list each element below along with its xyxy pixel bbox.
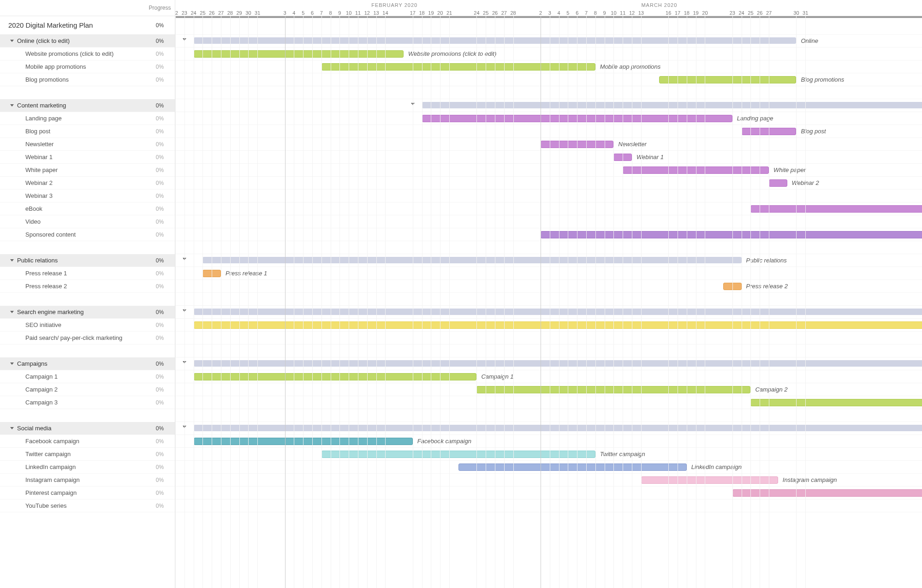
gantt-row[interactable]: Facebook campaign xyxy=(175,435,922,448)
gantt-row[interactable] xyxy=(175,499,922,512)
gantt-row[interactable]: Instagram campaign xyxy=(175,474,922,487)
gantt-row[interactable] xyxy=(175,215,922,228)
task-bar[interactable] xyxy=(641,476,778,484)
gantt-row[interactable]: Campaign 2 xyxy=(175,383,922,396)
task-row[interactable]: Blog promotions0% xyxy=(0,73,175,86)
task-row[interactable]: Landing page0% xyxy=(0,112,175,125)
chevron-down-icon[interactable] xyxy=(10,427,14,429)
task-bar[interactable] xyxy=(321,63,595,71)
task-row[interactable]: Paid search/ pay-per-click marketing0% xyxy=(0,332,175,344)
task-row[interactable]: Webinar 20% xyxy=(0,177,175,190)
task-row[interactable]: Mobile app promotions0% xyxy=(0,60,175,73)
task-bar[interactable] xyxy=(750,205,922,213)
chevron-down-icon[interactable] xyxy=(10,362,14,365)
gantt-row[interactable] xyxy=(175,190,922,202)
gantt-row[interactable] xyxy=(175,422,922,435)
gridline xyxy=(303,16,303,588)
gantt-row[interactable]: Newsletter xyxy=(175,138,922,151)
task-row[interactable]: Blog post0% xyxy=(0,125,175,138)
gantt-row[interactable] xyxy=(175,86,922,99)
gantt-row[interactable]: Website promotions (click to edit) xyxy=(175,48,922,60)
gantt-row[interactable]: Press release 1 xyxy=(175,267,922,280)
task-bar[interactable] xyxy=(750,399,922,406)
task-label: LinkedIn campaign xyxy=(10,463,145,470)
gantt-row[interactable] xyxy=(175,344,922,357)
task-row[interactable]: Webinar 30% xyxy=(0,190,175,202)
task-row[interactable]: eBook0% xyxy=(0,202,175,215)
gantt-row[interactable]: Webinar 2 xyxy=(175,177,922,190)
gantt-row[interactable]: Online xyxy=(175,35,922,48)
group-row[interactable]: Public relations0% xyxy=(0,254,175,267)
gantt-row[interactable]: Blog post xyxy=(175,125,922,138)
summary-bar[interactable] xyxy=(202,257,741,263)
task-row[interactable]: SEO initiative0% xyxy=(0,319,175,332)
gantt-row[interactable] xyxy=(175,293,922,306)
gantt-chart[interactable]: FEBRUARY 2020MARCH 202022232425262728293… xyxy=(175,0,922,588)
task-bar[interactable] xyxy=(769,179,787,187)
group-row[interactable]: Online (click to edit)0% xyxy=(0,35,175,48)
task-row[interactable]: YouTube series0% xyxy=(0,499,175,512)
gantt-row[interactable]: Campaign 1 xyxy=(175,370,922,383)
chevron-down-icon[interactable] xyxy=(10,259,14,261)
gantt-row[interactable] xyxy=(175,241,922,254)
gantt-row[interactable]: Blog promotions xyxy=(175,73,922,86)
task-row[interactable]: Press release 10% xyxy=(0,267,175,280)
gantt-row[interactable] xyxy=(175,487,922,499)
gantt-row[interactable]: Twitter campaign xyxy=(175,448,922,461)
task-label: Newsletter xyxy=(10,141,145,148)
group-row[interactable]: Search engine marketing0% xyxy=(0,306,175,319)
task-row[interactable]: Sponsored content0% xyxy=(0,228,175,241)
gantt-row[interactable] xyxy=(175,396,922,409)
plan-title-row[interactable]: 2020 Digital Marketing Plan0% xyxy=(0,16,175,35)
task-row[interactable]: Press release 20% xyxy=(0,280,175,293)
task-bar[interactable] xyxy=(541,231,922,238)
task-row[interactable]: Instagram campaign0% xyxy=(0,474,175,487)
task-bar[interactable] xyxy=(732,489,922,497)
group-row[interactable]: Content marketing0% xyxy=(0,99,175,112)
task-bar[interactable] xyxy=(194,373,477,380)
task-row[interactable]: Website promotions (click to edit)0% xyxy=(0,48,175,60)
task-row[interactable]: Webinar 10% xyxy=(0,151,175,164)
gantt-row[interactable] xyxy=(175,16,922,35)
task-bar[interactable] xyxy=(458,463,687,471)
task-row[interactable]: Pinterest campaign0% xyxy=(0,487,175,499)
task-row[interactable]: Campaign 20% xyxy=(0,383,175,396)
group-label: Content marketing xyxy=(17,102,145,109)
gantt-row[interactable]: Webinar 1 xyxy=(175,151,922,164)
gantt-row[interactable]: Mobile app promotions xyxy=(175,60,922,73)
chevron-down-icon[interactable] xyxy=(10,311,14,313)
task-bar[interactable] xyxy=(194,50,404,58)
task-row[interactable]: Facebook campaign0% xyxy=(0,435,175,448)
task-row[interactable]: Campaign 10% xyxy=(0,370,175,383)
task-row[interactable]: Campaign 30% xyxy=(0,396,175,409)
task-label: Campaign 3 xyxy=(10,399,145,406)
gantt-row[interactable] xyxy=(175,409,922,422)
summary-bar[interactable] xyxy=(422,102,922,108)
task-row[interactable]: Newsletter0% xyxy=(0,138,175,151)
chevron-down-icon[interactable] xyxy=(10,104,14,107)
gantt-row[interactable]: Public relations xyxy=(175,254,922,267)
gantt-row[interactable] xyxy=(175,306,922,319)
gantt-row[interactable] xyxy=(175,202,922,215)
task-row[interactable]: Twitter campaign0% xyxy=(0,448,175,461)
gantt-row[interactable] xyxy=(175,357,922,370)
task-row[interactable]: Video0% xyxy=(0,215,175,228)
task-row[interactable]: White paper0% xyxy=(0,164,175,177)
group-row[interactable]: Social media0% xyxy=(0,422,175,435)
task-bar[interactable] xyxy=(659,76,796,83)
gantt-row[interactable]: Landing page xyxy=(175,112,922,125)
day-label: 31 xyxy=(799,10,812,16)
gantt-row[interactable] xyxy=(175,228,922,241)
gantt-row[interactable]: Press release 2 xyxy=(175,280,922,293)
task-row[interactable]: LinkedIn campaign0% xyxy=(0,461,175,474)
group-row[interactable]: Campaigns0% xyxy=(0,357,175,370)
gantt-row[interactable] xyxy=(175,319,922,332)
gantt-row[interactable] xyxy=(175,99,922,112)
task-bar[interactable] xyxy=(321,451,595,458)
gantt-row[interactable]: White paper xyxy=(175,164,922,177)
day-label: 14 xyxy=(379,10,392,16)
gantt-row[interactable] xyxy=(175,332,922,344)
gantt-row[interactable]: LinkedIn campaign xyxy=(175,461,922,474)
day-label: 27 xyxy=(762,10,775,16)
chevron-down-icon[interactable] xyxy=(10,40,14,42)
